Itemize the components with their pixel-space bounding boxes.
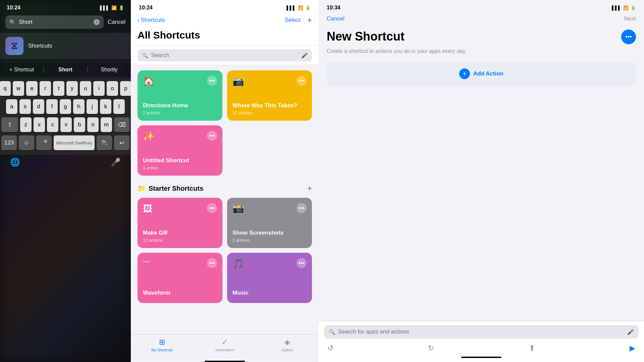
globe-icon[interactable]: 🌐 xyxy=(10,158,20,167)
key-v[interactable]: v xyxy=(60,117,72,132)
tab-my-shortcuts[interactable]: ⊞ My Shortcuts xyxy=(131,338,194,352)
screenshots-name: Show Screenshots xyxy=(232,230,307,236)
undo-button[interactable]: ↺ xyxy=(327,344,333,353)
screenshots-menu[interactable]: ••• xyxy=(297,203,307,213)
wifi-new: 📶 xyxy=(623,5,629,10)
directions-home-name: Directions Home xyxy=(143,102,217,109)
time-search: 10:24 xyxy=(7,5,20,11)
key-row-bottom: 123 ☺ 🎤 Microsoft SwiftKey ?!, ↩ xyxy=(1,135,129,150)
shortcut-card-where-taken[interactable]: 📷 ••• Where Was This Taken? 15 actions xyxy=(227,70,312,121)
cancel-search-button[interactable]: Cancel xyxy=(108,19,125,25)
shortcut-options-button[interactable]: ••• xyxy=(621,29,636,44)
key-o[interactable]: o xyxy=(107,81,118,96)
shortcuts-search-inner[interactable]: 🔍 🎤 xyxy=(138,49,312,61)
signal-shortcuts: ▌▌▌ xyxy=(286,5,296,10)
music-menu[interactable]: ••• xyxy=(297,258,307,268)
clear-button[interactable]: × xyxy=(94,19,100,25)
status-bar-new: 10:34 ▌▌▌ 📶 🔋 xyxy=(319,0,644,13)
shortcut-card-directions-home[interactable]: 🏠 ••• Directions Home 2 actions xyxy=(138,70,222,121)
spacer xyxy=(319,179,644,321)
key-row-1: q w e r t y u i o p xyxy=(1,81,129,96)
directions-home-menu[interactable]: ••• xyxy=(207,76,217,86)
key-i[interactable]: i xyxy=(93,81,105,96)
key-mic[interactable]: 🎤 xyxy=(36,135,52,150)
key-k[interactable]: k xyxy=(100,99,111,114)
shortcut-card-screenshots[interactable]: 📸 ••• Show Screenshots 2 actions xyxy=(227,198,312,248)
back-label: Shortcuts xyxy=(141,17,165,23)
app-result-shortcuts[interactable]: ⧖ Shortcuts xyxy=(0,33,131,59)
key-punctuation[interactable]: ?!, xyxy=(97,135,112,150)
key-s[interactable]: s xyxy=(19,99,31,114)
where-taken-menu[interactable]: ••• xyxy=(297,76,307,86)
back-button[interactable]: ‹ Shortcuts xyxy=(138,17,165,23)
starter-add-button[interactable]: + xyxy=(307,184,312,193)
tab-gallery[interactable]: ◈ Gallery xyxy=(256,338,319,352)
key-z[interactable]: z xyxy=(20,117,32,132)
card-top-screenshots: 📸 ••• xyxy=(232,203,307,214)
shortcuts-scroll[interactable]: 🏠 ••• Directions Home 2 actions 📷 ••• Wh… xyxy=(131,65,319,334)
battery-shortcuts: 🔋 xyxy=(305,5,311,10)
share-button[interactable]: ⬆ xyxy=(529,344,535,353)
signal-icon-search: ▌▌▌ xyxy=(100,5,109,10)
key-u[interactable]: u xyxy=(80,81,91,96)
key-d[interactable]: d xyxy=(33,99,44,114)
key-shift[interactable]: ⇧ xyxy=(1,117,18,132)
key-space[interactable]: Microsoft SwiftKey xyxy=(54,135,95,150)
apps-actions-search-input[interactable] xyxy=(338,328,625,335)
search-input[interactable] xyxy=(19,19,91,25)
shortcut-card-untitled[interactable]: ✨ ••• Untitled Shortcut 1 action xyxy=(138,125,222,176)
key-j[interactable]: j xyxy=(87,99,98,114)
key-x[interactable]: x xyxy=(34,117,45,132)
suggestion-shortly[interactable]: Shortly xyxy=(88,65,131,74)
key-h[interactable]: h xyxy=(73,99,85,114)
key-c[interactable]: c xyxy=(47,117,58,132)
untitled-name: Untitled Shortcut xyxy=(143,157,217,164)
home-indicator xyxy=(205,361,245,362)
suggestion-plus-shortcut[interactable]: + Shortcut xyxy=(0,65,43,74)
key-p[interactable]: p xyxy=(120,81,131,96)
status-bar-shortcuts: 10:24 ▌▌▌ 📶 🔋 xyxy=(131,0,319,13)
key-g[interactable]: g xyxy=(60,99,71,114)
search-input-box[interactable]: 🔍 × xyxy=(5,15,104,29)
shortcut-card-music[interactable]: 🎵 ••• Music xyxy=(227,253,312,303)
key-emoji[interactable]: ☺ xyxy=(19,135,34,150)
play-button[interactable]: ▶ xyxy=(630,344,635,353)
key-b[interactable]: b xyxy=(74,117,85,132)
key-r[interactable]: r xyxy=(40,81,51,96)
battery-new: 🔋 xyxy=(631,5,636,10)
key-y[interactable]: y xyxy=(66,81,78,96)
cancel-new-shortcut-button[interactable]: Cancel xyxy=(327,15,344,22)
key-l[interactable]: l xyxy=(113,99,125,114)
folder-icon: 📁 xyxy=(138,184,146,192)
tab-automation[interactable]: ✓ Automation xyxy=(194,338,256,352)
key-f[interactable]: f xyxy=(46,99,58,114)
add-shortcut-button[interactable]: + xyxy=(307,15,312,25)
key-e[interactable]: e xyxy=(26,81,38,96)
status-icons-search: ▌▌▌ 📶 🔋 xyxy=(100,5,124,10)
select-button[interactable]: Select xyxy=(285,17,301,23)
key-return[interactable]: ↩ xyxy=(114,135,129,150)
key-t[interactable]: t xyxy=(53,81,64,96)
key-numbers[interactable]: 123 xyxy=(1,135,17,150)
nav-bar-shortcuts: ‹ Shortcuts Select + xyxy=(131,13,319,29)
untitled-menu[interactable]: ••• xyxy=(207,131,217,141)
tab-gallery-icon: ◈ xyxy=(284,338,290,347)
shortcut-card-make-gif[interactable]: 🖼 ••• Make GIF 12 actions xyxy=(138,198,222,248)
key-m[interactable]: m xyxy=(101,117,112,132)
mic-icon[interactable]: 🎤 xyxy=(111,158,121,167)
shortcuts-search-input[interactable] xyxy=(151,52,299,59)
waveform-menu[interactable]: ••• xyxy=(207,258,217,268)
key-a[interactable]: a xyxy=(6,99,17,114)
key-delete[interactable]: ⌫ xyxy=(114,117,129,132)
add-action-button[interactable]: + Add Action xyxy=(327,62,636,86)
suggestion-short[interactable]: Short xyxy=(44,65,87,74)
key-n[interactable]: n xyxy=(87,117,99,132)
gif-menu[interactable]: ••• xyxy=(207,203,217,213)
redo-button[interactable]: ↻ xyxy=(428,344,434,353)
music-icon: 🎵 xyxy=(232,258,244,269)
all-shortcuts-title: All Shortcuts xyxy=(131,29,319,46)
key-q[interactable]: q xyxy=(0,81,11,96)
key-w[interactable]: w xyxy=(13,81,24,96)
new-search-field[interactable]: 🔍 🎤 xyxy=(324,325,639,339)
shortcut-card-waveform[interactable]: 〰 ••• Waveform xyxy=(138,253,222,303)
